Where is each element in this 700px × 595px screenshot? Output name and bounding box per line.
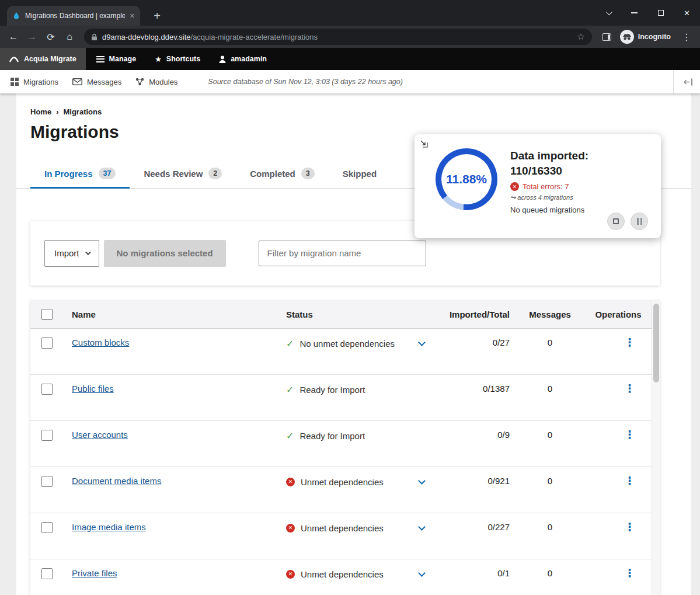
- table-scrollbar[interactable]: [652, 301, 660, 595]
- address-bar[interactable]: d9ama-ddevblog.ddev.site/acquia-migrate-…: [84, 29, 592, 45]
- breadcrumb-home-link[interactable]: Home: [30, 107, 51, 116]
- collapse-toolbar-button[interactable]: [673, 70, 700, 93]
- tab-needs-review[interactable]: Needs Review 2: [130, 161, 236, 189]
- scrollbar-thumb[interactable]: [653, 304, 659, 382]
- total-errors-link[interactable]: ✕ Total errors: 7: [510, 182, 588, 191]
- stop-icon: [613, 218, 619, 224]
- browser-tab-title: Migrations Dashboard | example: [25, 12, 125, 20]
- window-minimize-button[interactable]: [621, 0, 647, 26]
- import-button[interactable]: Import: [44, 240, 99, 267]
- operations-menu-button[interactable]: ⋮: [621, 382, 639, 395]
- operations-menu-button[interactable]: ⋮: [621, 475, 639, 487]
- status-icon: ✓: [286, 384, 294, 395]
- chevron-down-icon[interactable]: [418, 477, 426, 485]
- tab-label: Skipped: [343, 169, 377, 179]
- toolbar-item-user[interactable]: amadamin: [211, 48, 275, 70]
- imported-total: 0/921: [434, 476, 515, 486]
- incognito-badge: Incognito: [617, 30, 677, 44]
- toolbar-item-manage[interactable]: Manage: [88, 48, 145, 70]
- migration-name-link[interactable]: User accounts: [72, 430, 128, 440]
- status-icon: ✕: [286, 478, 295, 486]
- nav-item-messages[interactable]: Messages: [65, 78, 128, 86]
- resize-handle-icon[interactable]: [419, 139, 429, 151]
- stop-button[interactable]: [607, 213, 625, 230]
- reload-button[interactable]: ⟳: [42, 28, 60, 46]
- table-row: User accounts ✓ Ready for Import 0/9 0 ⋮: [30, 421, 660, 467]
- toolbar-item-shortcuts[interactable]: ★ Shortcuts: [147, 48, 208, 70]
- breadcrumb: Home › Migrations: [30, 107, 691, 116]
- operations-menu-button[interactable]: ⋮: [621, 336, 639, 349]
- across-text: across 4 migrations: [517, 194, 573, 201]
- chevron-down-icon[interactable]: [418, 339, 426, 346]
- window-close-button[interactable]: ✕: [674, 0, 700, 26]
- row-checkbox[interactable]: [41, 384, 53, 395]
- tab-in-progress[interactable]: In Progress 37: [30, 161, 130, 189]
- tab-bar: In Progress 37 Needs Review 2 Completed …: [30, 161, 391, 189]
- tab-badge: 3: [301, 168, 315, 179]
- chevron-down-icon[interactable]: [418, 523, 426, 531]
- migration-name-link[interactable]: Private files: [72, 568, 117, 578]
- home-button[interactable]: ⌂: [61, 28, 78, 46]
- tab-close-icon[interactable]: ✕: [130, 12, 135, 20]
- back-button[interactable]: ←: [5, 28, 22, 46]
- bookmark-star-icon[interactable]: ☆: [577, 32, 584, 42]
- messages-count: 0: [515, 568, 585, 578]
- row-checkbox[interactable]: [41, 568, 53, 579]
- new-tab-button[interactable]: +: [148, 7, 166, 25]
- select-all-checkbox[interactable]: [41, 309, 53, 320]
- messages-envelope-icon: [72, 78, 82, 85]
- migrations-label: Migrations: [23, 78, 58, 86]
- migration-name-link[interactable]: Document media items: [72, 476, 161, 486]
- forward-button[interactable]: →: [23, 28, 41, 46]
- browser-tab[interactable]: Migrations Dashboard | example ✕: [7, 6, 140, 26]
- messages-count: 0: [515, 476, 585, 486]
- table-row: Public files ✓ Ready for Import 0/1387 0…: [30, 375, 660, 421]
- progress-card-details: Data imported: 110/16330 ✕ Total errors:…: [510, 146, 588, 227]
- breadcrumb-current: Migrations: [63, 107, 102, 116]
- manage-label: Manage: [109, 55, 137, 63]
- operations-menu-button[interactable]: ⋮: [621, 521, 639, 533]
- status-text: Unmet dependencies: [301, 569, 384, 579]
- tab-completed[interactable]: Completed 3: [236, 161, 328, 189]
- total-errors-text: Total errors: 7: [523, 182, 569, 191]
- window-maximize-button[interactable]: [647, 0, 674, 26]
- messages-label: Messages: [87, 78, 121, 86]
- window-chevron-icon[interactable]: [595, 0, 621, 26]
- tab-label: Needs Review: [144, 169, 203, 179]
- menu-icon: [96, 56, 105, 62]
- migration-name-link[interactable]: Image media items: [72, 522, 146, 532]
- status-icon: ✓: [286, 430, 294, 441]
- modules-label: Modules: [149, 78, 177, 86]
- nav-item-migrations[interactable]: Migrations: [4, 78, 65, 86]
- browser-window: Migrations Dashboard | example ✕ + ✕ ← →…: [0, 0, 700, 595]
- shortcuts-label: Shortcuts: [166, 55, 200, 63]
- status-icon: ✕: [286, 570, 295, 579]
- row-checkbox[interactable]: [41, 476, 53, 487]
- url-domain: d9ama-ddevblog.ddev.site: [102, 33, 191, 41]
- window-controls: ✕: [595, 0, 700, 26]
- row-checkbox[interactable]: [41, 430, 53, 441]
- imported-total: 0/1387: [434, 384, 515, 394]
- operations-menu-button[interactable]: ⋮: [621, 567, 639, 579]
- migrations-table: Name Status Imported/Total Messages Oper…: [30, 301, 660, 595]
- migration-name-link[interactable]: Public files: [72, 384, 114, 394]
- row-checkbox[interactable]: [41, 337, 53, 349]
- nav-item-modules[interactable]: Modules: [128, 78, 184, 86]
- table-row: Custom blocks ✓ No unmet dependencies 0/…: [30, 329, 660, 375]
- tab-skipped[interactable]: Skipped: [329, 161, 391, 189]
- chevron-down-icon[interactable]: [418, 569, 426, 577]
- admin-toolbar: Acquia Migrate Manage ★ Shortcuts amadam…: [0, 48, 700, 70]
- operations-menu-button[interactable]: ⋮: [621, 429, 639, 441]
- status-text: Unmet dependencies: [301, 523, 384, 533]
- imported-total: 0/1: [434, 568, 515, 578]
- side-panel-icon[interactable]: [598, 28, 615, 46]
- import-label: Import: [54, 248, 79, 258]
- data-imported-count: 110/16330: [510, 165, 588, 178]
- collapse-left-icon: [683, 78, 693, 86]
- pause-button[interactable]: [631, 213, 648, 230]
- row-checkbox[interactable]: [41, 522, 53, 533]
- browser-menu-button[interactable]: ⋮: [678, 28, 695, 46]
- migration-filter-input[interactable]: [259, 241, 426, 266]
- acquia-migrate-brand[interactable]: Acquia Migrate: [0, 48, 86, 70]
- migration-name-link[interactable]: Custom blocks: [72, 337, 129, 347]
